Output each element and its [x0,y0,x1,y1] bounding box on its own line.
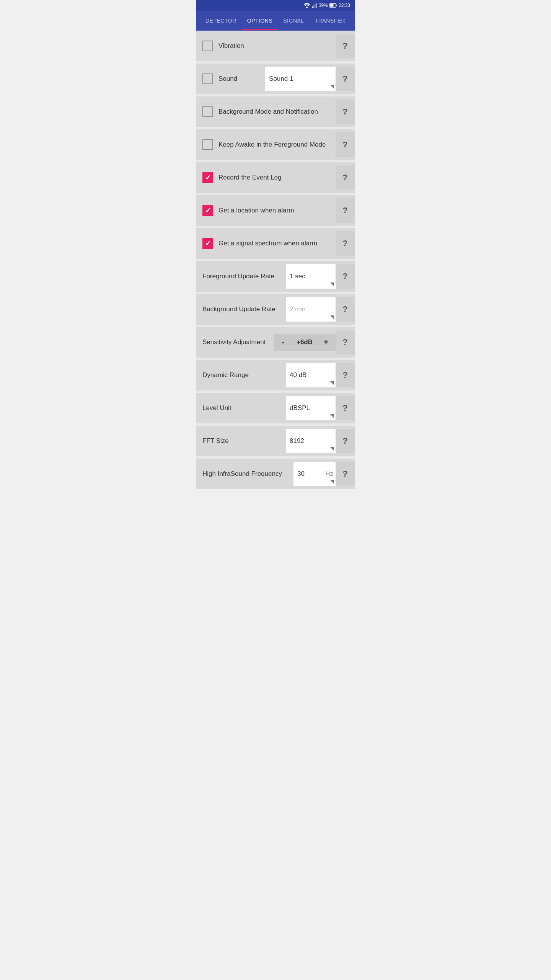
fft-size-label: FFT Size [202,437,229,445]
high-infrasound-row: High InfraSound Frequency 30 Hz ? [196,459,355,489]
sensitivity-plus-button[interactable]: + [316,334,336,351]
foreground-update-rate-help-button[interactable]: ? [336,264,355,289]
background-update-rate-arrow [330,315,334,319]
record-event-log-row: Record the Event Log ? [196,162,355,193]
sound-dropdown-value: Sound 1 [269,75,333,83]
tab-bar: DETECTOR OPTIONS SIGNAL TRANSFER [196,11,355,31]
foreground-update-rate-label: Foreground Update Rate [202,273,274,280]
keep-awake-help-button[interactable]: ? [336,132,355,157]
dynamic-range-help-button[interactable]: ? [336,363,355,387]
get-location-help-button[interactable]: ? [336,198,355,223]
vibration-checkbox-wrapper [201,39,215,53]
keep-awake-checkbox[interactable] [202,139,213,150]
tab-detector[interactable]: DETECTOR [200,11,242,30]
fft-size-dropdown[interactable]: 8192 [286,429,336,453]
fft-size-label-area: FFT Size [196,429,286,453]
svg-rect-3 [315,4,316,8]
tab-transfer[interactable]: TRANSFER [310,11,350,30]
background-update-rate-row: Background Update Rate 2 min ? [196,294,355,325]
level-unit-row: Level Unit dBSPL ? [196,393,355,423]
get-signal-spectrum-row: Get a signal spectrum when alarm ? [196,228,355,259]
record-event-log-checkbox-area[interactable]: Record the Event Log [196,165,336,190]
high-infrasound-arrow [330,480,334,484]
dynamic-range-value: 40 dB [290,371,333,379]
vibration-help-button[interactable]: ? [336,34,355,58]
get-signal-spectrum-checkbox-area[interactable]: Get a signal spectrum when alarm [196,231,336,256]
sensitivity-value: +6dB [293,334,316,351]
fft-size-help-button[interactable]: ? [336,429,355,453]
sound-checkbox[interactable] [202,74,213,84]
vibration-checkbox[interactable] [202,41,213,51]
vibration-row: Vibration ? [196,31,355,61]
level-unit-label: Level Unit [202,404,231,412]
record-event-log-help-button[interactable]: ? [336,165,355,190]
fft-size-arrow [330,447,334,451]
level-unit-dropdown[interactable]: dBSPL [286,396,336,420]
record-event-log-checkbox[interactable] [202,172,213,183]
background-mode-checkbox[interactable] [202,106,213,117]
high-infrasound-value: 30 [297,470,324,478]
get-location-label: Get a location when alarm [218,207,331,214]
sound-help-button[interactable]: ? [336,67,355,91]
get-location-checkbox[interactable] [202,205,213,216]
sensitivity-help-button[interactable]: ? [336,330,355,354]
dynamic-range-label-area: Dynamic Range [196,363,286,387]
foreground-update-rate-label-area: Foreground Update Rate [196,264,286,289]
background-update-rate-label-area: Background Update Rate [196,297,286,322]
get-location-checkbox-wrapper [201,204,215,217]
get-signal-spectrum-help-button[interactable]: ? [336,231,355,256]
battery-percent: 39% [319,3,328,8]
foreground-update-rate-row: Foreground Update Rate 1 sec ? [196,261,355,292]
svg-rect-7 [336,5,337,6]
keep-awake-row: Keep Awake in the Foreground Mode ? [196,129,355,160]
tab-options[interactable]: OPTIONS [242,11,278,30]
level-unit-value: dBSPL [290,404,333,412]
get-signal-spectrum-checkbox-wrapper [201,237,215,250]
background-mode-label: Background Mode and Notification [218,108,331,116]
high-infrasound-help-button[interactable]: ? [336,462,355,486]
background-mode-help-button[interactable]: ? [336,100,355,124]
sensitivity-adjustment-label: Sensitivity Adjustment [202,338,266,346]
get-signal-spectrum-checkbox[interactable] [202,238,213,249]
sensitivity-minus-button[interactable]: - [274,334,293,351]
high-infrasound-label-area: High InfraSound Frequency [196,462,293,486]
background-update-rate-value: 2 min [290,305,333,313]
battery-icon [329,3,337,8]
signal-icon [312,3,317,8]
dynamic-range-label: Dynamic Range [202,371,249,379]
keep-awake-checkbox-area[interactable]: Keep Awake in the Foreground Mode [196,132,336,157]
level-unit-help-button[interactable]: ? [336,396,355,420]
dynamic-range-arrow [330,381,334,385]
high-infrasound-unit: Hz [325,470,333,478]
background-update-rate-dropdown[interactable]: 2 min [286,297,336,322]
get-signal-spectrum-label: Get a signal spectrum when alarm [218,240,331,247]
background-mode-row: Background Mode and Notification ? [196,96,355,127]
clock: 22:33 [339,3,350,8]
svg-rect-2 [313,5,314,8]
background-mode-checkbox-area[interactable]: Background Mode and Notification [196,100,336,124]
sound-checkbox-area[interactable]: Sound [196,67,265,91]
wifi-icon [303,3,310,8]
dynamic-range-dropdown[interactable]: 40 dB [286,363,336,387]
sound-checkbox-wrapper [201,72,215,86]
vibration-checkbox-area[interactable]: Vibration [196,34,336,58]
foreground-update-rate-dropdown[interactable]: 1 sec [286,264,336,289]
get-location-row: Get a location when alarm ? [196,195,355,226]
background-update-rate-label: Background Update Rate [202,305,276,313]
sound-dropdown-arrow [330,85,334,89]
settings-list: Vibration ? Sound Sound 1 ? Background M… [196,31,355,489]
keep-awake-label: Keep Awake in the Foreground Mode [218,141,331,149]
high-infrasound-label: High InfraSound Frequency [202,470,282,478]
background-update-rate-help-button[interactable]: ? [336,297,355,322]
keep-awake-checkbox-wrapper [201,138,215,152]
level-unit-arrow [330,414,334,418]
sound-row: Sound Sound 1 ? [196,64,355,94]
foreground-update-rate-arrow [330,283,334,286]
get-location-checkbox-area[interactable]: Get a location when alarm [196,198,336,223]
fft-size-row: FFT Size 8192 ? [196,426,355,456]
high-infrasound-dropdown[interactable]: 30 Hz [293,462,336,486]
tab-signal[interactable]: SIGNAL [278,11,309,30]
background-mode-checkbox-wrapper [201,105,215,119]
sound-dropdown[interactable]: Sound 1 [265,67,336,91]
sensitivity-controls: - +6dB + [274,334,336,351]
